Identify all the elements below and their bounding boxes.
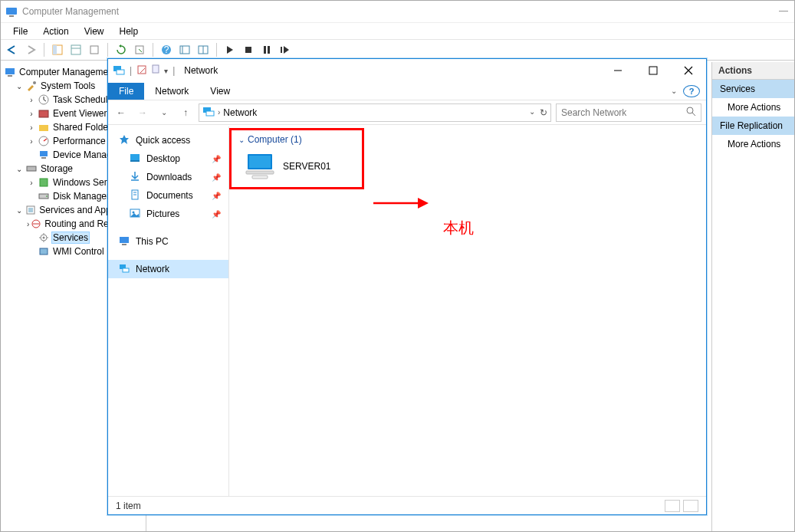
- nav-back-button[interactable]: ←: [113, 104, 130, 121]
- nav-documents[interactable]: Documents📌: [108, 186, 228, 205]
- svg-rect-1: [9, 15, 14, 17]
- caret-icon[interactable]: [15, 206, 23, 215]
- routing-icon: [31, 218, 41, 230]
- cm-minimize-button[interactable]: —: [779, 5, 788, 16]
- event-viewer-icon: [38, 107, 50, 120]
- ribbon-tab-file[interactable]: File: [108, 83, 144, 100]
- svg-rect-40: [153, 65, 159, 73]
- svg-rect-4: [71, 45, 80, 54]
- nav-pictures[interactable]: Pictures📌: [108, 205, 228, 223]
- nav-forward-button[interactable]: →: [134, 104, 151, 121]
- menu-view[interactable]: View: [77, 26, 112, 37]
- minimize-button[interactable]: [600, 60, 636, 81]
- close-button[interactable]: [671, 60, 706, 81]
- services-icon: [38, 232, 50, 244]
- annotation-highlight-box: [229, 128, 364, 189]
- explorer-nav-pane[interactable]: Quick access Desktop📌 Downloads📌 Documen…: [108, 126, 229, 496]
- toolbar-export-list-icon[interactable]: [131, 41, 148, 58]
- svg-rect-27: [27, 166, 36, 171]
- view-details-icon[interactable]: [665, 500, 680, 512]
- breadcrumb-dropdown-icon[interactable]: ⌄: [529, 107, 535, 118]
- nav-downloads[interactable]: Downloads📌: [108, 168, 228, 186]
- breadcrumb[interactable]: › Network ⌄ ↻: [199, 103, 551, 122]
- qat-dropdown-icon[interactable]: [152, 64, 159, 77]
- actions-more-1[interactable]: More Actions: [712, 98, 794, 117]
- caret-icon[interactable]: [27, 220, 29, 228]
- search-input[interactable]: Search Network: [556, 103, 701, 122]
- toolbar-export-icon[interactable]: [86, 41, 103, 58]
- toolbar-pause-icon[interactable]: [258, 41, 275, 58]
- breadcrumb-network[interactable]: Network: [223, 107, 257, 118]
- network-icon: [202, 105, 215, 120]
- pin-icon: 📌: [212, 155, 221, 163]
- toolbar-stop-icon[interactable]: [240, 41, 257, 58]
- chevron-right-icon[interactable]: ›: [218, 108, 220, 117]
- actions-more-2[interactable]: More Actions: [712, 135, 794, 153]
- menu-file[interactable]: File: [5, 26, 35, 37]
- qat-chevron-icon[interactable]: ▾: [164, 67, 168, 75]
- svg-rect-18: [5, 68, 15, 74]
- status-item-count: 1 item: [116, 501, 141, 511]
- caret-icon[interactable]: [27, 110, 36, 118]
- actions-services[interactable]: Services: [712, 80, 794, 98]
- explorer-qat: | ▾ |: [108, 64, 179, 78]
- toolbar-properties-icon[interactable]: [67, 41, 84, 58]
- nav-back-icon[interactable]: [4, 41, 21, 58]
- caret-icon[interactable]: [27, 96, 36, 104]
- svg-rect-6: [90, 46, 98, 54]
- caret-icon[interactable]: [27, 179, 36, 187]
- svg-rect-19: [8, 75, 12, 77]
- nav-desktop[interactable]: Desktop📌: [108, 149, 228, 168]
- search-icon[interactable]: [685, 106, 696, 119]
- this-pc-icon: [119, 235, 130, 248]
- caret-icon[interactable]: [27, 123, 36, 132]
- ribbon-tab-network[interactable]: Network: [144, 83, 199, 100]
- help-icon[interactable]: ?: [683, 85, 700, 97]
- svg-rect-38: [117, 70, 124, 74]
- view-large-icons-icon[interactable]: [683, 500, 698, 512]
- svg-point-20: [33, 81, 36, 84]
- nav-recent-button[interactable]: ⌄: [156, 104, 172, 121]
- svg-rect-36: [40, 248, 48, 255]
- caret-icon[interactable]: [15, 165, 24, 173]
- menu-help[interactable]: Help: [112, 26, 146, 37]
- refresh-icon[interactable]: ↻: [540, 107, 547, 118]
- ribbon-expand-icon[interactable]: ⌄: [671, 87, 677, 95]
- maximize-button[interactable]: [636, 60, 671, 81]
- explorer-content[interactable]: ⌄ Computer (1) SERVER01: [229, 126, 706, 496]
- svg-point-54: [133, 211, 135, 213]
- pin-icon: 📌: [212, 173, 221, 182]
- nav-this-pc[interactable]: This PC: [108, 232, 228, 251]
- toolbar-show-hide-icon[interactable]: [49, 41, 66, 58]
- toolbar-play-icon[interactable]: [222, 41, 238, 58]
- svg-rect-15: [264, 46, 266, 54]
- svg-point-30: [46, 195, 48, 197]
- svg-rect-47: [130, 154, 140, 160]
- toolbar-refresh-icon[interactable]: [113, 41, 130, 58]
- nav-quick-access[interactable]: Quick access: [108, 131, 228, 149]
- star-icon: [119, 134, 130, 147]
- actions-file-replication[interactable]: File Replication: [712, 117, 794, 135]
- toolbar-btn-b-icon[interactable]: [195, 41, 212, 58]
- toolbar-btn-a-icon[interactable]: [176, 41, 193, 58]
- cm-title: Computer Management: [22, 6, 119, 17]
- nav-forward-icon[interactable]: [22, 41, 39, 58]
- documents-icon: [130, 189, 140, 202]
- caret-icon[interactable]: [15, 82, 24, 90]
- svg-rect-14: [245, 47, 251, 53]
- network-icon: [119, 263, 130, 276]
- ribbon-tab-view[interactable]: View: [199, 83, 241, 100]
- toolbar-restart-icon[interactable]: [277, 41, 294, 58]
- explorer-title: Network: [179, 65, 600, 76]
- qat-properties-icon[interactable]: [136, 64, 147, 77]
- nav-up-button[interactable]: ↑: [177, 104, 194, 121]
- explorer-titlebar[interactable]: | ▾ | Network: [108, 59, 706, 82]
- caret-icon[interactable]: [27, 137, 36, 146]
- toolbar-help-icon[interactable]: ?: [158, 41, 175, 58]
- nav-network[interactable]: Network: [108, 260, 228, 278]
- pin-icon: 📌: [212, 192, 221, 200]
- explorer-status-bar: 1 item: [108, 496, 706, 514]
- wmi-icon: [38, 245, 50, 258]
- menu-action[interactable]: Action: [35, 26, 76, 37]
- services-apps-icon: [25, 204, 36, 216]
